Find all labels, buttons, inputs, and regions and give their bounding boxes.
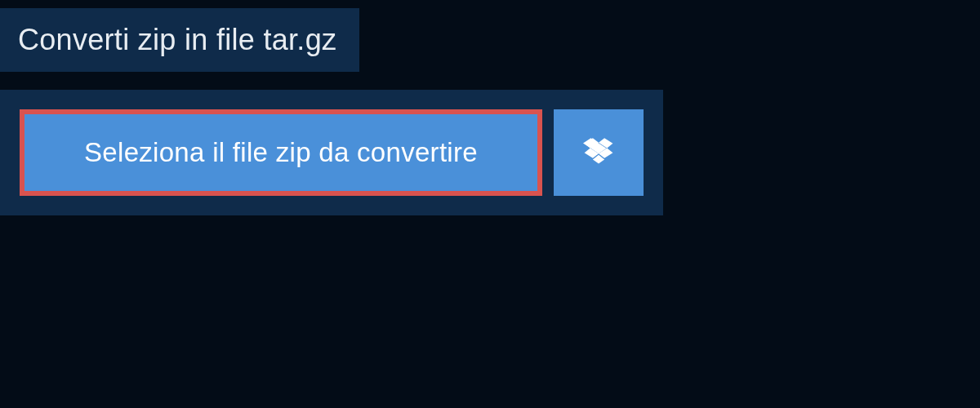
- header-tab: Converti zip in file tar.gz: [0, 8, 359, 72]
- dropbox-button[interactable]: [554, 109, 644, 196]
- upload-panel: Seleziona il file zip da convertire: [0, 90, 663, 215]
- select-file-label: Seleziona il file zip da convertire: [84, 137, 478, 167]
- select-file-button[interactable]: Seleziona il file zip da convertire: [20, 109, 542, 196]
- dropbox-icon: [583, 135, 614, 170]
- page-title: Converti zip in file tar.gz: [18, 23, 336, 56]
